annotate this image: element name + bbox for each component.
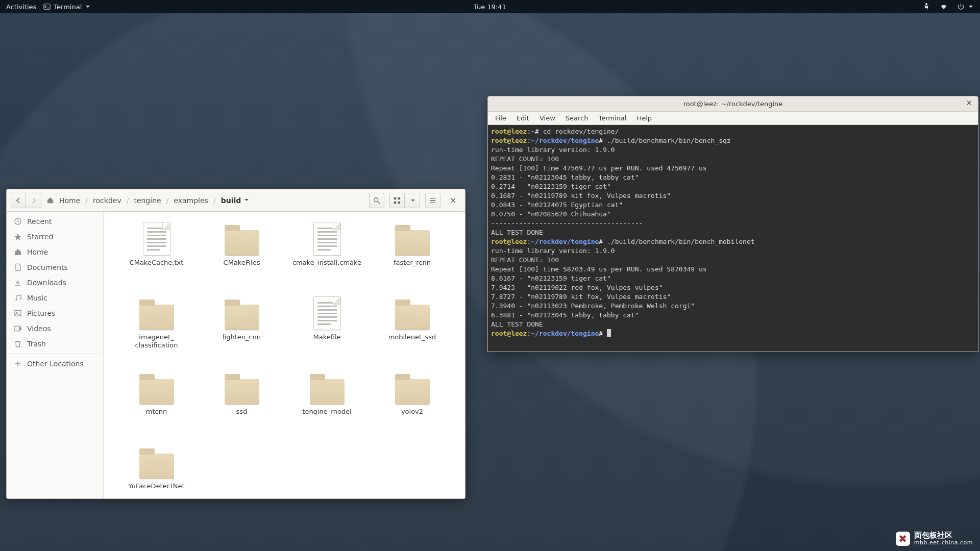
item-label: YuFaceDetectNet (128, 482, 184, 490)
folder-item[interactable]: faster_rcnn (372, 221, 453, 292)
crumb-home[interactable]: Home (56, 194, 83, 207)
home-icon (14, 248, 22, 256)
hamburger-menu-button[interactable] (425, 193, 440, 208)
music-icon (14, 294, 22, 302)
file-item[interactable]: cmake_install.cmake (286, 221, 368, 292)
svg-point-8 (15, 299, 17, 301)
terminal-window: root@leez: ~/rockdev/tengine File Edit V… (487, 96, 978, 352)
breadcrumb: Home / rockdev / tengine / examples / bu… (46, 194, 252, 207)
chevron-down-icon (244, 199, 249, 203)
item-label: cmake_install.cmake (292, 259, 361, 267)
search-button[interactable] (369, 193, 384, 208)
menu-icon (429, 197, 436, 204)
file-item[interactable]: CMakeCache.txt (116, 221, 198, 292)
appmenu-button[interactable]: Terminal (43, 3, 90, 11)
folder-icon (394, 221, 431, 256)
clock-label[interactable]: Tue 19:41 (474, 3, 506, 11)
folder-item[interactable]: tengine_model (286, 370, 368, 441)
folder-item[interactable]: lighten_cnn (201, 295, 283, 367)
nav-buttons (11, 193, 41, 208)
item-label: ssd (236, 408, 248, 416)
svg-rect-0 (44, 4, 50, 10)
watermark-title: 面包板社区 (914, 531, 973, 540)
svg-rect-5 (394, 201, 396, 203)
plus-icon (14, 360, 22, 368)
sidebar-item-documents[interactable]: Documents (7, 260, 103, 275)
view-options-button[interactable] (405, 193, 420, 208)
terminal-title-text: root@leez: ~/rockdev/tengine (683, 100, 783, 108)
item-label: Makefile (313, 333, 340, 341)
document-icon (309, 221, 346, 256)
sidebar-item-downloads[interactable]: Downloads (7, 275, 103, 290)
sidebar-item-recent[interactable]: Recent (7, 214, 103, 229)
sidebar-item-home[interactable]: Home (7, 244, 103, 260)
item-label: yolov2 (401, 408, 423, 416)
accessibility-icon[interactable] (922, 3, 930, 11)
crumb-rockdev[interactable]: rockdev (90, 194, 125, 207)
chevron-down-icon (411, 199, 415, 204)
search-icon (373, 197, 380, 204)
close-button[interactable] (964, 99, 974, 109)
file-item[interactable]: Makefile (286, 295, 368, 367)
view-grid-button[interactable] (389, 193, 405, 208)
sidebar-item-trash[interactable]: Trash (7, 336, 103, 352)
item-label: tengine_model (302, 408, 351, 416)
menu-edit[interactable]: Edit (512, 113, 533, 123)
folder-icon (309, 370, 346, 405)
terminal-output[interactable]: root@leez:~# cd rockdev/tengine/ root@le… (488, 125, 978, 352)
folder-icon (138, 444, 175, 479)
power-icon (957, 3, 965, 11)
crumb-build[interactable]: build (218, 194, 252, 207)
chevron-down-icon (969, 6, 973, 10)
menu-view[interactable]: View (535, 113, 559, 123)
document-icon (138, 221, 175, 256)
folder-item[interactable]: YuFaceDetectNet (116, 444, 198, 499)
trash-icon (14, 340, 22, 348)
crumb-examples[interactable]: examples (170, 194, 211, 207)
menu-terminal[interactable]: Terminal (594, 113, 630, 123)
sidebar-item-pictures[interactable]: Pictures (7, 306, 103, 321)
network-wifi-icon[interactable] (940, 3, 948, 11)
sidebar-item-other-locations[interactable]: Other Locations (7, 356, 103, 371)
svg-rect-6 (398, 201, 400, 203)
terminal-titlebar[interactable]: root@leez: ~/rockdev/tengine (488, 96, 978, 112)
svg-point-9 (19, 298, 21, 300)
menu-search[interactable]: Search (561, 113, 593, 123)
watermark-logo-icon: ✖ (896, 532, 910, 546)
sidebar-item-music[interactable]: Music (7, 290, 103, 306)
close-icon (450, 197, 456, 204)
folder-item[interactable]: mobilenet_ssd (372, 295, 453, 367)
files-toolbar: Home / rockdev / tengine / examples / bu… (7, 189, 465, 212)
sidebar-item-starred[interactable]: Starred (7, 229, 103, 244)
sidebar-item-videos[interactable]: Videos (7, 321, 103, 336)
folder-item[interactable]: ssd (201, 370, 283, 441)
watermark: ✖ 面包板社区 mbb.eet-china.com (896, 531, 973, 546)
activities-button[interactable]: Activities (6, 3, 36, 11)
chevron-left-icon (15, 197, 21, 204)
folder-item[interactable]: CMakeFiles (201, 221, 283, 292)
folder-item[interactable]: mtcnn (116, 370, 198, 441)
folder-icon (138, 295, 175, 330)
system-menu-button[interactable] (957, 3, 973, 11)
item-label: faster_rcnn (394, 259, 431, 267)
watermark-url: mbb.eet-china.com (914, 540, 973, 546)
file-grid[interactable]: CMakeCache.txtCMakeFilescmake_install.cm… (104, 212, 465, 498)
folder-item[interactable]: imagenet_ classification (116, 295, 198, 367)
svg-rect-12 (15, 326, 19, 331)
folder-item[interactable]: yolov2 (372, 370, 453, 441)
terminal-icon (43, 3, 51, 10)
folder-icon (224, 295, 260, 330)
close-button[interactable] (446, 193, 461, 208)
folder-icon (224, 370, 260, 405)
svg-point-2 (374, 197, 378, 202)
back-button[interactable] (11, 193, 26, 208)
files-window: Home / rockdev / tengine / examples / bu… (6, 189, 465, 499)
menu-help[interactable]: Help (632, 113, 656, 123)
video-icon (14, 324, 22, 333)
crumb-tengine[interactable]: tengine (131, 194, 164, 207)
item-label: imagenet_ classification (135, 333, 178, 350)
svg-rect-4 (398, 197, 400, 199)
doc-icon (14, 263, 22, 271)
forward-button[interactable] (26, 193, 41, 208)
menu-file[interactable]: File (491, 113, 510, 123)
